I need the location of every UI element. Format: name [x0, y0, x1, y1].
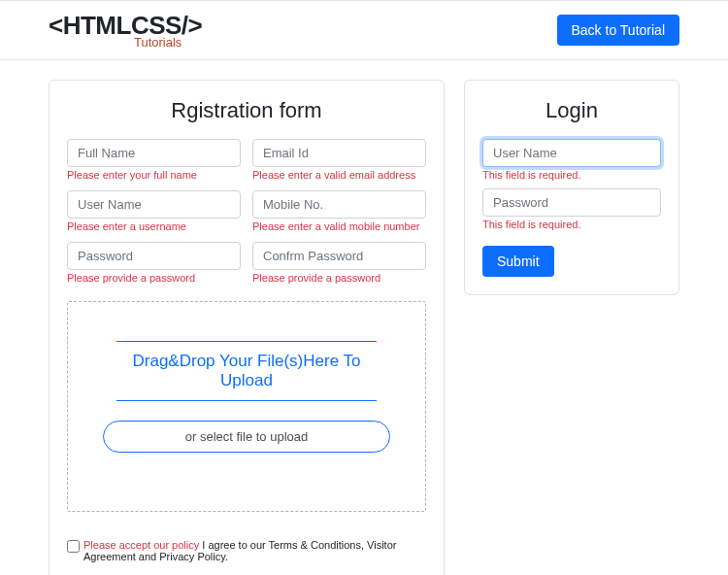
login-submit-button[interactable]: Submit — [482, 246, 554, 277]
login-title: Login — [482, 98, 661, 123]
confirm-password-input[interactable] — [252, 242, 426, 270]
login-password-input[interactable] — [482, 188, 661, 217]
email-error: Please enter a valid email address — [252, 169, 426, 181]
mobile-input[interactable] — [252, 190, 426, 219]
registration-title: Rgistration form — [67, 98, 426, 123]
policy-checkbox[interactable] — [67, 540, 80, 553]
password-error: Please provide a password — [67, 272, 241, 284]
login-card: Login This field is required. This field… — [464, 80, 679, 295]
fullname-input[interactable] — [67, 139, 241, 167]
password-input[interactable] — [67, 242, 241, 270]
login-password-error: This field is required. — [482, 219, 661, 230]
username-error: Please enter a username — [67, 220, 241, 232]
registration-card: Rgistration form Please enter your full … — [49, 80, 445, 575]
policy-row: Please accept our policy I agree to our … — [67, 539, 426, 562]
logo-block: <HTMLCSS/> Tutorials — [49, 11, 202, 50]
back-to-tutorial-button[interactable]: Back to Tutorial — [557, 15, 680, 46]
fullname-error: Please enter your full name — [67, 169, 241, 181]
dropzone-select-button[interactable]: or select file to upload — [103, 421, 390, 453]
mobile-error: Please enter a valid mobile number — [252, 220, 426, 232]
login-username-error: This field is required. — [482, 169, 661, 181]
dropzone-heading: Drag&Drop Your File(s)Here To Upload — [116, 341, 377, 401]
username-input[interactable] — [67, 190, 241, 219]
email-input[interactable] — [252, 139, 426, 167]
login-username-input[interactable] — [482, 139, 661, 167]
main-container: Rgistration form Please enter your full … — [0, 60, 728, 575]
policy-error: Please accept our policy — [83, 539, 199, 551]
file-dropzone[interactable]: Drag&Drop Your File(s)Here To Upload or … — [67, 301, 426, 512]
confirm-password-error: Please provide a password — [252, 272, 426, 284]
top-bar: <HTMLCSS/> Tutorials Back to Tutorial — [0, 0, 728, 60]
